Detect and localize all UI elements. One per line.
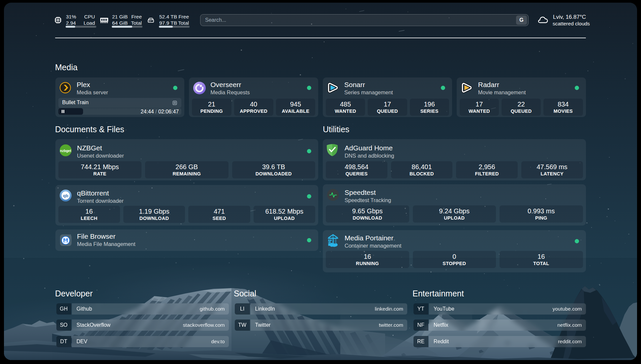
svg-text:qb: qb — [63, 193, 68, 198]
svg-text:nzbget: nzbget — [60, 148, 71, 152]
